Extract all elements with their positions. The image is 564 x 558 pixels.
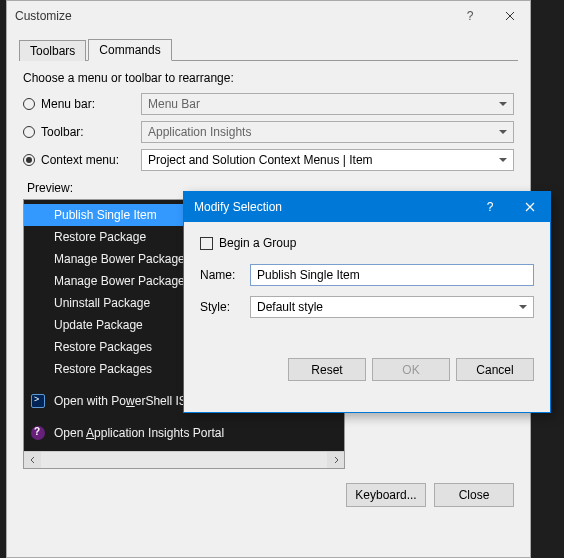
help-icon[interactable]: ? xyxy=(450,1,490,31)
keyboard-button[interactable]: Keyboard... xyxy=(346,483,426,507)
style-dropdown[interactable]: Default style xyxy=(250,296,534,318)
scroll-right-icon[interactable] xyxy=(327,452,344,469)
cancel-button[interactable]: Cancel xyxy=(456,358,534,381)
reset-button[interactable]: Reset xyxy=(288,358,366,381)
tab-row: Toolbars Commands xyxy=(19,37,518,61)
scroll-left-icon[interactable] xyxy=(24,452,41,469)
tab-toolbars[interactable]: Toolbars xyxy=(19,40,86,61)
list-item-app-insights[interactable]: Open Application Insights Portal xyxy=(24,422,344,444)
name-label: Name: xyxy=(200,268,250,282)
close-icon[interactable] xyxy=(490,1,530,31)
begin-group-checkbox[interactable] xyxy=(200,237,213,250)
radio-toolbar[interactable] xyxy=(23,126,35,138)
modify-title: Modify Selection xyxy=(194,200,470,214)
begin-group-label: Begin a Group xyxy=(219,236,296,250)
context-dropdown[interactable]: Project and Solution Context Menus | Ite… xyxy=(141,149,514,171)
rearrange-prompt: Choose a menu or toolbar to rearrange: xyxy=(23,71,514,85)
modify-titlebar: Modify Selection ? xyxy=(184,192,550,222)
tab-commands[interactable]: Commands xyxy=(88,39,171,61)
help-icon[interactable]: ? xyxy=(470,192,510,222)
close-icon[interactable] xyxy=(510,192,550,222)
toolbar-label: Toolbar: xyxy=(41,125,141,139)
menubar-dropdown[interactable]: Menu Bar xyxy=(141,93,514,115)
powershell-icon xyxy=(30,393,46,409)
context-label: Context menu: xyxy=(41,153,141,167)
ok-button[interactable]: OK xyxy=(372,358,450,381)
style-label: Style: xyxy=(200,300,250,314)
radio-menubar[interactable] xyxy=(23,98,35,110)
app-insights-icon xyxy=(30,425,46,441)
name-field[interactable] xyxy=(250,264,534,286)
horizontal-scrollbar[interactable] xyxy=(24,451,344,468)
customize-titlebar: Customize ? xyxy=(7,1,530,31)
customize-title: Customize xyxy=(15,9,450,23)
close-button[interactable]: Close xyxy=(434,483,514,507)
toolbar-dropdown[interactable]: Application Insights xyxy=(141,121,514,143)
modify-selection-dialog: Modify Selection ? Begin a Group Name: S… xyxy=(183,191,551,413)
menubar-label: Menu bar: xyxy=(41,97,141,111)
radio-context-menu[interactable] xyxy=(23,154,35,166)
